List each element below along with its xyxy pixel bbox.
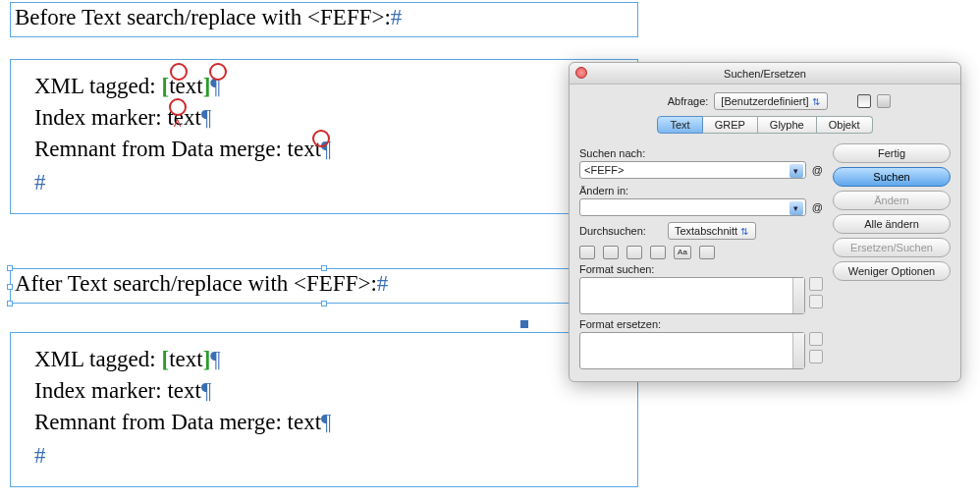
after-end: # xyxy=(34,443,46,469)
change-all-button[interactable]: Alle ändern xyxy=(833,214,951,234)
search-scope-icons: Aa xyxy=(579,246,823,259)
chevron-down-icon[interactable]: ▾ xyxy=(789,164,803,178)
format-replace-label: Format ersetzen: xyxy=(579,318,823,330)
annotation-circle xyxy=(209,63,227,81)
clear-format-icon[interactable] xyxy=(809,295,823,308)
search-for-label: Suchen nach: xyxy=(579,147,823,159)
search-button[interactable]: Suchen xyxy=(833,167,951,187)
tab-grep[interactable]: GREP xyxy=(703,116,758,134)
after-line1: XML tagged: [text]¶ xyxy=(34,347,221,372)
before-end: # xyxy=(34,170,46,195)
find-replace-dialog[interactable]: Suchen/Ersetzen Abfrage: [Benutzerdefini… xyxy=(569,62,961,382)
tab-glyph[interactable]: Glyphe xyxy=(758,116,817,134)
scope-icon[interactable] xyxy=(579,246,595,259)
special-char-icon[interactable]: @ xyxy=(812,201,823,213)
before-line1: XML tagged: [text]¶ xyxy=(34,74,221,99)
after-title: After Text search/replace with <FEFF>:# xyxy=(15,271,388,297)
dialog-title: Suchen/Ersetzen xyxy=(724,68,806,80)
scope-icon[interactable] xyxy=(603,246,619,259)
scope-icon[interactable] xyxy=(650,246,666,259)
specify-format-icon[interactable] xyxy=(809,277,823,291)
delete-query-icon[interactable] xyxy=(877,94,891,108)
special-char-icon[interactable]: @ xyxy=(812,164,823,176)
before-line3: Remnant from Data merge: text¶ xyxy=(34,137,332,162)
annotation-caret: ^ xyxy=(173,116,182,134)
scope-icon[interactable]: Aa xyxy=(674,246,691,259)
change-input[interactable]: ▾ xyxy=(579,198,806,216)
annotation-circle xyxy=(170,63,188,81)
scope-icon[interactable] xyxy=(626,246,642,259)
mode-tabs: Text GREP Glyphe Objekt xyxy=(579,116,951,134)
done-button[interactable]: Fertig xyxy=(833,143,951,163)
replace-search-button[interactable]: Ersetzen/Suchen xyxy=(833,238,951,257)
tab-text[interactable]: Text xyxy=(657,116,702,134)
chevron-down-icon[interactable]: ▾ xyxy=(789,201,803,215)
dialog-titlebar[interactable]: Suchen/Ersetzen xyxy=(570,63,960,84)
format-replace-box[interactable] xyxy=(579,332,805,369)
scope-icon[interactable] xyxy=(699,246,715,259)
fewer-options-button[interactable]: Weniger Optionen xyxy=(833,261,951,281)
format-search-box[interactable] xyxy=(579,277,805,314)
scope-label: Durchsuchen: xyxy=(579,225,646,237)
chevron-updown-icon: ⇅ xyxy=(809,96,823,107)
scope-dropdown[interactable]: Textabschnitt ⇅ xyxy=(668,222,756,240)
clear-format-icon[interactable] xyxy=(809,350,823,363)
query-label: Abfrage: xyxy=(639,95,708,107)
after-line3: Remnant from Data merge: text¶ xyxy=(34,410,332,435)
change-to-label: Ändern in: xyxy=(579,185,823,196)
save-query-icon[interactable] xyxy=(857,94,871,108)
annotation-circle xyxy=(169,98,187,116)
search-input[interactable]: <FEFF> ▾ xyxy=(579,161,806,179)
specify-format-icon[interactable] xyxy=(809,332,823,346)
change-button[interactable]: Ändern xyxy=(833,191,951,210)
tab-object[interactable]: Objekt xyxy=(817,116,873,134)
after-line2: Index marker: text¶ xyxy=(34,378,211,404)
after-title-frame[interactable]: After Text search/replace with <FEFF>:# xyxy=(10,268,638,304)
before-title: Before Text search/replace with <FEFF>:# xyxy=(15,5,402,30)
format-search-label: Format suchen: xyxy=(579,263,823,275)
annotation-circle xyxy=(312,130,330,147)
query-dropdown[interactable]: [Benutzerdefiniert] ⇅ xyxy=(714,92,827,110)
close-icon[interactable] xyxy=(575,67,587,79)
chevron-updown-icon: ⇅ xyxy=(737,226,751,237)
